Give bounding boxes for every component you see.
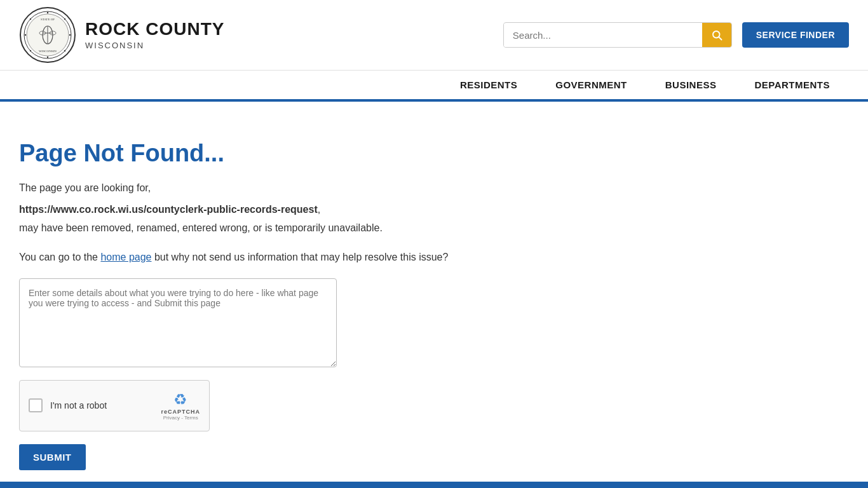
not-found-text-line2: may have been removed, renamed, entered … (19, 222, 553, 234)
nav-item-government[interactable]: GOVERNMENT (536, 71, 646, 99)
not-found-url-line: https://www.co.rock.wi.us/countyclerk-pu… (19, 201, 553, 218)
header-right: SERVICE FINDER (503, 22, 849, 48)
feedback-textarea[interactable] (19, 278, 337, 367)
captcha-label: I'm not a robot (50, 400, 107, 410)
recaptcha-sub: Privacy - Terms (163, 415, 198, 421)
info-text-after: but why not send us information that may… (151, 252, 448, 262)
svg-point-11 (64, 18, 65, 20)
page-not-found-title: Page Not Found... (19, 140, 553, 167)
search-button[interactable] (702, 23, 731, 47)
svg-point-14 (47, 57, 48, 58)
svg-text:STATE OF: STATE OF (41, 18, 55, 21)
svg-line-19 (719, 37, 721, 39)
nav-items: RESIDENTS GOVERNMENT BUSINESS DEPARTMENT… (441, 71, 849, 99)
main-nav: RESIDENTS GOVERNMENT BUSINESS DEPARTMENT… (0, 71, 868, 102)
search-icon (711, 29, 722, 41)
svg-point-15 (30, 50, 31, 51)
captcha-box: I'm not a robot ♻ reCAPTCHA Privacy - Te… (19, 380, 210, 431)
recaptcha-logo: ♻ (173, 391, 187, 409)
captcha-checkbox[interactable] (29, 398, 43, 412)
submit-button[interactable]: SUBMIT (19, 444, 86, 470)
not-found-text-before: The page you are looking for, (19, 182, 151, 193)
svg-point-10 (47, 12, 48, 13)
captcha-right: ♻ reCAPTCHA Privacy - Terms (161, 391, 200, 421)
site-title-sub: WISCONSIN (85, 41, 224, 50)
home-page-link[interactable]: home page (100, 252, 151, 262)
search-input[interactable] (504, 24, 702, 47)
site-header: STATE OF WISCONSIN ROCK COUNTY WISCONSIN (0, 0, 868, 71)
site-title-block: ROCK COUNTY WISCONSIN (85, 20, 224, 50)
nav-item-departments[interactable]: DEPARTMENTS (735, 71, 849, 99)
main-content: Page Not Found... The page you are looki… (0, 102, 572, 488)
info-text-before: You can go to the (19, 252, 100, 262)
site-title-main: ROCK COUNTY (85, 20, 224, 39)
info-text: You can go to the home page but why not … (19, 249, 553, 266)
svg-text:WISCONSIN: WISCONSIN (39, 50, 57, 53)
service-finder-button[interactable]: SERVICE FINDER (742, 22, 849, 48)
logo-area: STATE OF WISCONSIN ROCK COUNTY WISCONSIN (19, 6, 224, 64)
svg-point-12 (69, 34, 71, 36)
recaptcha-brand: reCAPTCHA (161, 409, 200, 415)
not-found-url: https://www.co.rock.wi.us/countyclerk-pu… (19, 204, 318, 215)
nav-item-residents[interactable]: RESIDENTS (441, 71, 536, 99)
svg-point-13 (64, 50, 65, 51)
county-seal: STATE OF WISCONSIN (19, 6, 76, 64)
nav-item-business[interactable]: BUSINESS (646, 71, 736, 99)
not-found-text-line1: The page you are looking for, (19, 180, 553, 196)
svg-point-16 (25, 34, 26, 36)
captcha-left: I'm not a robot (29, 398, 107, 412)
footer-bar (0, 482, 868, 488)
search-bar (503, 22, 732, 48)
svg-point-17 (30, 18, 31, 20)
